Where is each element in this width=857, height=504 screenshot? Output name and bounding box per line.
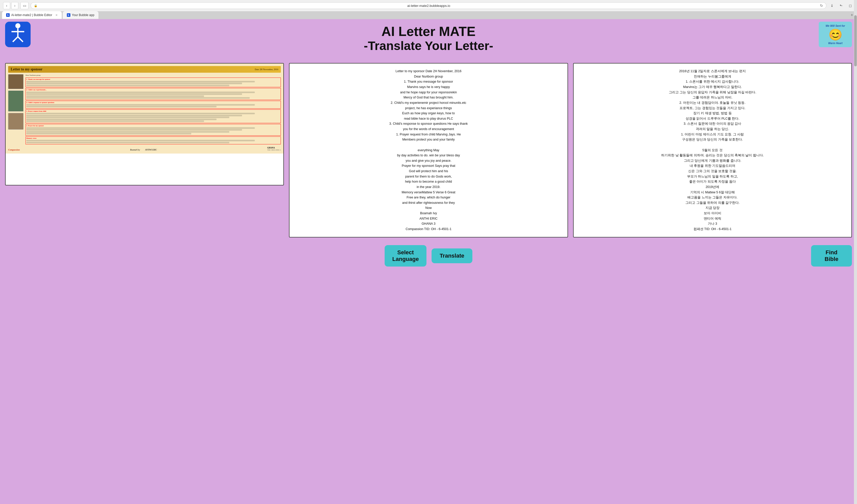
tab-bubble-app[interactable]: b Your Bubble app — [63, 11, 99, 19]
smiley-bottom-text: Warm Heart — [828, 42, 842, 45]
download-button[interactable]: ⇓ — [828, 2, 836, 9]
share-button[interactable]: ⬑ — [838, 2, 845, 9]
letter-photos — [8, 74, 23, 145]
tab-label-2: Your Bubble app — [72, 13, 95, 17]
translate-button[interactable]: Translate — [432, 248, 472, 263]
lock-icon: 🔒 — [34, 4, 37, 7]
highlight-label-4: 1. Prayer request from child — [26, 110, 280, 113]
highlight-section-3: 3. Child's response to sponsor questions — [26, 101, 281, 109]
highlight-section-1: 1. Thank you message for sponsor — [26, 78, 281, 87]
translate-label: Translate — [440, 252, 465, 259]
select-language-button[interactable]: Select Language — [385, 245, 426, 267]
buttons-row: Select Language Translate Find Bible — [5, 245, 852, 267]
tab-label-1: Ai-letter-mate2 | Bubble Editor — [11, 13, 52, 17]
letter-footer: Compassion Boamah Ivy ANTIWI ERIC GHANA … — [8, 147, 281, 151]
letter-body: Dear Nuribom group 1. Thank you message … — [8, 74, 281, 145]
logo-icon — [9, 23, 27, 46]
url-bar[interactable]: 🔒 ai-letter-mate2.bubbleapps.io ↻ — [31, 2, 826, 9]
view-button[interactable]: ▭ — [20, 2, 29, 9]
browser-toolbar: ‹ › ▭ 🔒 ai-letter-mate2.bubbleapps.io ↻ … — [0, 0, 857, 11]
scrollbar-track — [854, 0, 857, 504]
compassion-text: Compassion — [8, 148, 20, 151]
forward-button[interactable]: › — [11, 2, 18, 9]
scrollbar-thumb[interactable] — [854, 15, 857, 66]
highlight-label-5: 2. Prayer for my sponsor — [26, 125, 280, 127]
letter-text-content: Dear Nuribom group 1. Thank you message … — [26, 74, 281, 145]
select-language-line2: Language — [392, 256, 419, 262]
highlight-section-2: 2. Child's my experienemir... — [26, 88, 281, 100]
smiley-box: We Will Sent for 😊 Warm Heart — [819, 22, 852, 47]
letter-signatures: Boamah Ivy ANTIWI ERIC — [130, 149, 157, 151]
tid-text: TID: OH-6-4501-1 — [267, 149, 281, 151]
highlight-section-6: Memory verse — [26, 136, 281, 144]
find-bible-line1: Find — [826, 249, 837, 256]
letter-compassion-logo: Compassion — [8, 148, 20, 151]
fullscreen-button[interactable]: ◻ — [847, 2, 854, 9]
reload-icon[interactable]: ↻ — [820, 3, 823, 7]
logo-box — [5, 22, 31, 47]
ghana-text: GHANA — [267, 147, 281, 149]
browser-actions: ⇓ ⬑ ◻ — [828, 2, 854, 9]
highlight-section-4: 1. Prayer request from child — [26, 110, 281, 123]
svg-line-3 — [13, 37, 18, 42]
title-line2: -Translate Your Letter- — [364, 39, 493, 53]
sig-right: ANTIWI ERIC — [145, 149, 157, 151]
nav-buttons: ‹ › — [3, 2, 18, 9]
letter-top-bar: Letter to my sponsor Date 2H November, 2… — [8, 66, 281, 73]
svg-line-4 — [18, 37, 23, 42]
letter-img-date: Date 2H November, 2016 — [255, 68, 279, 71]
smiley-face-icon: 😊 — [828, 28, 842, 41]
app-container: AI Letter MATE -Translate Your Letter- W… — [0, 19, 857, 277]
photo-1 — [8, 74, 23, 89]
tab-icon-1: b — [6, 13, 10, 17]
find-bible-line2: Bible — [825, 256, 838, 262]
highlight-label-3: 3. Child's response to sponsor questions — [26, 101, 280, 104]
back-button[interactable]: ‹ — [3, 2, 10, 9]
letter-simulation: Letter to my sponsor Date 2H November, 2… — [5, 64, 283, 154]
photo-3 — [8, 113, 23, 130]
korean-text-panel: 2016년 11월 2일자로 스폰서에게 보내는 편지 친애하는 누리봄그룹에게… — [573, 63, 852, 237]
sig-left: Boamah Ivy — [130, 149, 140, 151]
header-title: AI Letter MATE -Translate Your Letter- — [364, 24, 493, 53]
letter-img-title: Letter to my sponsor — [11, 67, 43, 71]
english-text-panel: Letter to my sponsor Date 2H November, 2… — [289, 63, 568, 237]
highlight-label-6: Memory verse — [26, 137, 280, 139]
photo-2 — [8, 90, 23, 112]
browser-chrome: ‹ › ▭ 🔒 ai-letter-mate2.bubbleapps.io ↻ … — [0, 0, 857, 19]
title-line1: AI Letter MATE — [364, 24, 493, 39]
highlight-label-1: 1. Thank you message for sponsor — [26, 78, 280, 81]
english-letter-text: Letter to my sponsor Date 2H November, 2… — [295, 69, 562, 232]
highlight-section-5: 2. Prayer for my sponsor — [26, 124, 281, 136]
svg-point-0 — [15, 23, 20, 28]
tabs-bar: b Ai-letter-mate2 | Bubble Editor ✕ b Yo… — [0, 11, 857, 19]
letter-image-panel: Letter to my sponsor Date 2H November, 2… — [5, 63, 284, 185]
smiley-top-text: We Will Sent for — [826, 24, 845, 28]
korean-text-content: 2016년 11월 2일자로 스폰서에게 보내는 편지 친애하는 누리봄그룹에게… — [574, 64, 852, 237]
url-text: ai-letter-mate2.bubbleapps.io — [39, 4, 818, 7]
header: AI Letter MATE -Translate Your Letter- W… — [5, 19, 852, 55]
content-area: Letter to my sponsor Date 2H November, 2… — [5, 63, 852, 237]
letter-ghana-tid: GHANA TID: OH-6-4501-1 — [267, 147, 281, 151]
tab-editor[interactable]: b Ai-letter-mate2 | Bubble Editor ✕ — [2, 11, 62, 19]
highlight-label-2: 2. Child's my experienemir... — [26, 89, 280, 91]
korean-letter-text: 2016년 11월 2일자로 스폰서에게 보내는 편지 친애하는 누리봄그룹에게… — [579, 69, 846, 232]
tab-close-1[interactable]: ✕ — [55, 14, 58, 17]
tab-icon-2: b — [67, 13, 70, 17]
find-bible-button[interactable]: Find Bible — [811, 245, 852, 267]
english-text-content: Letter to my sponsor Date 2H November, 2… — [289, 64, 567, 237]
select-language-line1: Select — [397, 249, 414, 256]
